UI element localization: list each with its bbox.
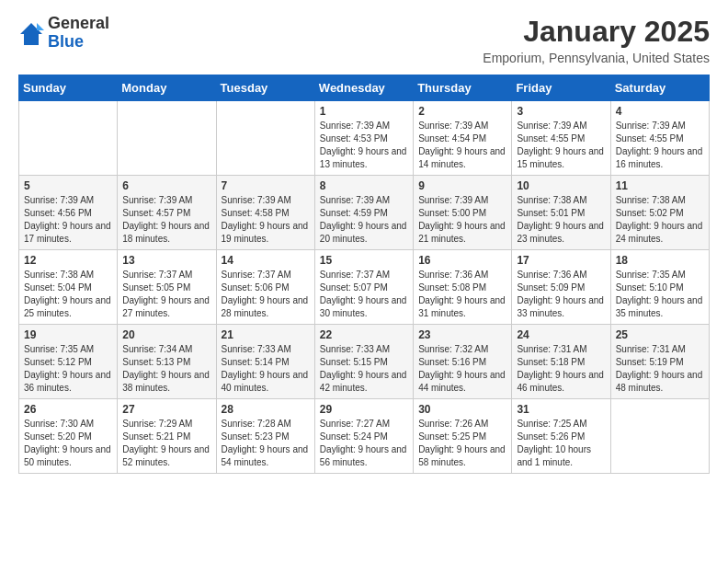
day-info: Sunrise: 7:31 AMSunset: 5:19 PMDaylight:… <box>616 343 704 395</box>
svg-marker-1 <box>37 23 44 30</box>
month-title: January 2025 <box>483 15 710 49</box>
day-number: 15 <box>320 254 408 267</box>
page-header: General Blue January 2025 Emporium, Penn… <box>18 15 710 65</box>
calendar-cell: 14Sunrise: 7:37 AMSunset: 5:06 PMDayligh… <box>216 250 314 325</box>
day-info: Sunrise: 7:30 AMSunset: 5:20 PMDaylight:… <box>24 418 112 469</box>
calendar-cell: 28Sunrise: 7:28 AMSunset: 5:23 PMDayligh… <box>216 399 314 474</box>
day-number: 9 <box>418 179 506 192</box>
calendar-cell: 4Sunrise: 7:39 AMSunset: 4:55 PMDaylight… <box>610 101 709 176</box>
calendar-week-row: 19Sunrise: 7:35 AMSunset: 5:12 PMDayligh… <box>19 325 710 399</box>
day-info: Sunrise: 7:35 AMSunset: 5:10 PMDaylight:… <box>616 269 704 320</box>
day-info: Sunrise: 7:28 AMSunset: 5:23 PMDaylight:… <box>222 418 310 469</box>
day-info: Sunrise: 7:27 AMSunset: 5:24 PMDaylight:… <box>320 418 408 469</box>
day-number: 6 <box>122 179 210 192</box>
day-info: Sunrise: 7:39 AMSunset: 4:58 PMDaylight:… <box>222 194 310 246</box>
day-info: Sunrise: 7:39 AMSunset: 4:54 PMDaylight:… <box>418 120 506 171</box>
day-number: 10 <box>517 179 605 192</box>
calendar-cell: 23Sunrise: 7:32 AMSunset: 5:16 PMDayligh… <box>414 325 512 399</box>
weekday-header: Monday <box>118 75 216 101</box>
calendar-cell: 27Sunrise: 7:29 AMSunset: 5:21 PMDayligh… <box>118 399 216 474</box>
calendar-cell: 20Sunrise: 7:34 AMSunset: 5:13 PMDayligh… <box>118 325 216 399</box>
calendar-cell: 30Sunrise: 7:26 AMSunset: 5:25 PMDayligh… <box>414 399 512 474</box>
day-number: 5 <box>24 179 112 192</box>
day-info: Sunrise: 7:39 AMSunset: 4:53 PMDaylight:… <box>320 120 408 171</box>
day-info: Sunrise: 7:39 AMSunset: 4:55 PMDaylight:… <box>517 120 605 171</box>
title-block: January 2025 Emporium, Pennsylvania, Uni… <box>483 15 710 65</box>
calendar-cell: 31Sunrise: 7:25 AMSunset: 5:26 PMDayligh… <box>512 399 610 474</box>
calendar-cell: 26Sunrise: 7:30 AMSunset: 5:20 PMDayligh… <box>19 399 118 474</box>
calendar-cell: 18Sunrise: 7:35 AMSunset: 5:10 PMDayligh… <box>610 250 709 325</box>
calendar-week-row: 12Sunrise: 7:38 AMSunset: 5:04 PMDayligh… <box>19 250 710 325</box>
calendar-cell: 25Sunrise: 7:31 AMSunset: 5:19 PMDayligh… <box>610 325 709 399</box>
day-info: Sunrise: 7:35 AMSunset: 5:12 PMDaylight:… <box>24 343 112 395</box>
day-number: 14 <box>222 254 310 267</box>
calendar-cell: 29Sunrise: 7:27 AMSunset: 5:24 PMDayligh… <box>314 399 413 474</box>
calendar-cell <box>19 101 118 176</box>
day-info: Sunrise: 7:39 AMSunset: 4:55 PMDaylight:… <box>616 120 704 171</box>
day-info: Sunrise: 7:31 AMSunset: 5:18 PMDaylight:… <box>517 343 605 395</box>
logo-general-text: General <box>48 15 109 33</box>
logo-text: General Blue <box>48 15 109 52</box>
calendar-cell: 7Sunrise: 7:39 AMSunset: 4:58 PMDaylight… <box>216 176 314 250</box>
day-number: 28 <box>222 403 310 416</box>
day-number: 1 <box>320 105 408 118</box>
day-number: 19 <box>24 328 112 341</box>
location-text: Emporium, Pennsylvania, United States <box>483 51 710 65</box>
day-number: 22 <box>320 328 408 341</box>
calendar-cell: 22Sunrise: 7:33 AMSunset: 5:15 PMDayligh… <box>314 325 413 399</box>
day-info: Sunrise: 7:37 AMSunset: 5:05 PMDaylight:… <box>122 269 210 320</box>
calendar-cell: 11Sunrise: 7:38 AMSunset: 5:02 PMDayligh… <box>610 176 709 250</box>
calendar-cell: 19Sunrise: 7:35 AMSunset: 5:12 PMDayligh… <box>19 325 118 399</box>
day-info: Sunrise: 7:34 AMSunset: 5:13 PMDaylight:… <box>122 343 210 395</box>
weekday-header: Wednesday <box>314 75 413 101</box>
weekday-header: Saturday <box>610 75 709 101</box>
day-number: 20 <box>122 328 210 341</box>
logo-blue-text: Blue <box>48 33 109 52</box>
calendar-cell: 16Sunrise: 7:36 AMSunset: 5:08 PMDayligh… <box>414 250 512 325</box>
day-number: 23 <box>418 328 506 341</box>
day-number: 25 <box>616 328 704 341</box>
day-info: Sunrise: 7:38 AMSunset: 5:04 PMDaylight:… <box>24 269 112 320</box>
calendar-cell <box>610 399 709 474</box>
day-number: 29 <box>320 403 408 416</box>
calendar-header-row: SundayMondayTuesdayWednesdayThursdayFrid… <box>19 75 710 101</box>
day-info: Sunrise: 7:36 AMSunset: 5:09 PMDaylight:… <box>517 269 605 320</box>
calendar-table: SundayMondayTuesdayWednesdayThursdayFrid… <box>18 75 710 474</box>
calendar-week-row: 1Sunrise: 7:39 AMSunset: 4:53 PMDaylight… <box>19 101 710 176</box>
calendar-cell <box>216 101 314 176</box>
day-number: 7 <box>222 179 310 192</box>
day-info: Sunrise: 7:38 AMSunset: 5:02 PMDaylight:… <box>616 194 704 246</box>
day-info: Sunrise: 7:37 AMSunset: 5:07 PMDaylight:… <box>320 269 408 320</box>
day-info: Sunrise: 7:29 AMSunset: 5:21 PMDaylight:… <box>122 418 210 469</box>
day-number: 17 <box>517 254 605 267</box>
calendar-cell: 1Sunrise: 7:39 AMSunset: 4:53 PMDaylight… <box>314 101 413 176</box>
calendar-cell: 12Sunrise: 7:38 AMSunset: 5:04 PMDayligh… <box>19 250 118 325</box>
day-number: 12 <box>24 254 112 267</box>
day-number: 30 <box>418 403 506 416</box>
calendar-cell: 15Sunrise: 7:37 AMSunset: 5:07 PMDayligh… <box>314 250 413 325</box>
weekday-header: Thursday <box>414 75 512 101</box>
day-info: Sunrise: 7:25 AMSunset: 5:26 PMDaylight:… <box>517 418 605 469</box>
calendar-cell: 10Sunrise: 7:38 AMSunset: 5:01 PMDayligh… <box>512 176 610 250</box>
day-info: Sunrise: 7:26 AMSunset: 5:25 PMDaylight:… <box>418 418 506 469</box>
calendar-cell: 17Sunrise: 7:36 AMSunset: 5:09 PMDayligh… <box>512 250 610 325</box>
day-info: Sunrise: 7:33 AMSunset: 5:15 PMDaylight:… <box>320 343 408 395</box>
day-number: 26 <box>24 403 112 416</box>
day-info: Sunrise: 7:37 AMSunset: 5:06 PMDaylight:… <box>222 269 310 320</box>
day-info: Sunrise: 7:33 AMSunset: 5:14 PMDaylight:… <box>222 343 310 395</box>
day-info: Sunrise: 7:32 AMSunset: 5:16 PMDaylight:… <box>418 343 506 395</box>
calendar-cell: 2Sunrise: 7:39 AMSunset: 4:54 PMDaylight… <box>414 101 512 176</box>
calendar-cell: 3Sunrise: 7:39 AMSunset: 4:55 PMDaylight… <box>512 101 610 176</box>
day-number: 16 <box>418 254 506 267</box>
day-number: 3 <box>517 105 605 118</box>
calendar-cell: 6Sunrise: 7:39 AMSunset: 4:57 PMDaylight… <box>118 176 216 250</box>
calendar-cell <box>118 101 216 176</box>
day-number: 13 <box>122 254 210 267</box>
day-number: 31 <box>517 403 605 416</box>
day-number: 8 <box>320 179 408 192</box>
day-info: Sunrise: 7:39 AMSunset: 4:56 PMDaylight:… <box>24 194 112 246</box>
day-info: Sunrise: 7:39 AMSunset: 4:59 PMDaylight:… <box>320 194 408 246</box>
calendar-cell: 8Sunrise: 7:39 AMSunset: 4:59 PMDaylight… <box>314 176 413 250</box>
weekday-header: Friday <box>512 75 610 101</box>
logo: General Blue <box>18 15 109 52</box>
